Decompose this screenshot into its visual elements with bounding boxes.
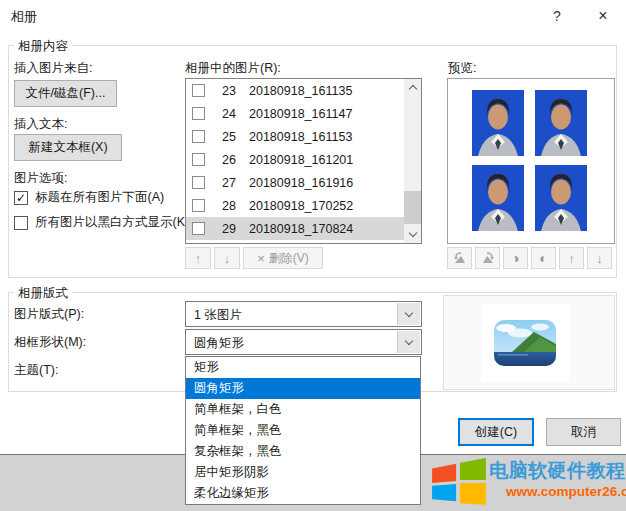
frame-shape-value: 圆角矩形	[194, 335, 244, 352]
rotate-left-button[interactable]	[447, 247, 472, 269]
picture-item-checkbox[interactable]	[192, 84, 205, 97]
preview-pane	[447, 78, 615, 244]
picture-item-name: 20180918_161135	[249, 84, 352, 98]
captions-below-pictures-label: 标题在所有图片下面(A)	[35, 189, 164, 206]
picture-options-label: 图片选项:	[14, 170, 67, 187]
help-icon[interactable]: ?	[540, 4, 574, 28]
checkbox-unchecked-icon	[14, 216, 28, 230]
picture-item-name: 20180918_161147	[249, 107, 352, 121]
picture-item-checkbox[interactable]	[192, 107, 205, 120]
album-layout-group-label: 相册版式	[14, 285, 72, 302]
picture-layout-value: 1 张图片	[194, 307, 242, 324]
picture-list-item[interactable]: 24 20180918_161147	[186, 102, 404, 125]
picture-item-name: 20180918_170252	[249, 199, 353, 213]
list-scrollbar[interactable]	[404, 79, 421, 243]
picture-list-item[interactable]: 27 20180918_161916	[186, 171, 404, 194]
delete-button[interactable]: × 删除(V)	[243, 247, 323, 269]
all-pictures-black-white-checkbox[interactable]: 所有图片以黑白方式显示(K)	[14, 214, 189, 231]
picture-item-name: 20180918_161201	[249, 153, 353, 167]
id-photo	[535, 90, 587, 156]
picture-item-number: 28	[214, 199, 236, 213]
frame-shape-option[interactable]: 复杂框架，黑色	[186, 441, 420, 462]
dialog-titlebar: 相册 ? ×	[0, 0, 626, 32]
picture-list-item[interactable]: 25 20180918_161153	[186, 125, 404, 148]
new-textbox-button[interactable]: 新建文本框(X)	[14, 134, 122, 161]
rotate-right-button[interactable]	[475, 247, 500, 269]
increase-brightness-icon: ↑	[568, 252, 575, 265]
pictures-in-album-label: 相册中的图片(R):	[185, 60, 281, 77]
picture-item-checkbox[interactable]	[192, 222, 205, 235]
picture-item-checkbox[interactable]	[192, 199, 205, 212]
up-arrow-icon: ↑	[195, 252, 202, 265]
dialog-title: 相册	[11, 8, 37, 26]
layout-preview-panel	[443, 295, 615, 390]
picture-item-name: 20180918_161916	[249, 176, 353, 190]
picture-layout-label: 图片版式(P):	[14, 306, 84, 323]
frame-shape-option[interactable]: 简单框架，白色	[186, 399, 420, 420]
delete-x-icon: ×	[257, 252, 265, 265]
frame-shape-option[interactable]: 柔化边缘矩形	[186, 483, 420, 504]
decrease-contrast-button[interactable]: ◐	[531, 247, 556, 269]
insert-text-label: 插入文本:	[14, 116, 67, 133]
frame-shape-option[interactable]: 矩形	[186, 357, 420, 378]
id-photo	[535, 165, 587, 231]
increase-contrast-icon: ◑	[511, 251, 519, 265]
file-disk-button[interactable]: 文件/磁盘(F)...	[14, 80, 117, 107]
rotate-left-icon	[453, 252, 467, 264]
picture-item-name: 20180918_161153	[249, 130, 352, 144]
picture-item-number: 23	[214, 84, 236, 98]
picture-list-item-selected[interactable]: 29 20180918_170824	[186, 217, 404, 240]
captions-below-pictures-checkbox[interactable]: ✓ 标题在所有图片下面(A)	[14, 189, 164, 206]
picture-item-number: 25	[214, 130, 236, 144]
picture-layout-combobox[interactable]: 1 张图片	[185, 301, 422, 327]
decrease-brightness-button[interactable]: ↓	[587, 247, 612, 269]
rotate-right-icon	[481, 252, 495, 264]
down-arrow-icon: ↓	[224, 252, 231, 265]
move-down-button[interactable]: ↓	[214, 247, 240, 269]
picture-item-number: 27	[214, 176, 236, 190]
create-button[interactable]: 创建(C)	[458, 418, 534, 446]
windows-logo-icon	[430, 457, 488, 507]
watermark-site-url: www.computer26.com	[506, 484, 626, 499]
picture-item-number: 26	[214, 153, 236, 167]
picture-item-checkbox[interactable]	[192, 130, 205, 143]
scroll-up-icon[interactable]	[404, 79, 421, 96]
frame-shape-dropdown: 矩形 圆角矩形 简单框架，白色 简单框架，黑色 复杂框架，黑色 居中矩形阴影 柔…	[185, 356, 421, 505]
picture-list-item[interactable]: 23 20180918_161135	[186, 79, 404, 102]
picture-item-number: 24	[214, 107, 236, 121]
insert-from-label: 插入图片来自:	[14, 60, 92, 77]
album-content-group-label: 相册内容	[14, 38, 72, 55]
frame-shape-option-selected[interactable]: 圆角矩形	[186, 378, 420, 399]
id-photo	[472, 90, 524, 156]
frame-shape-option[interactable]: 简单框架，黑色	[186, 420, 420, 441]
picture-item-checkbox[interactable]	[192, 153, 205, 166]
preview-photo-sheet	[472, 90, 587, 231]
frame-shape-label: 相框形状(M):	[14, 334, 86, 351]
layout-preview-card	[481, 304, 569, 382]
picture-list-item[interactable]: 28 20180918_170252	[186, 194, 404, 217]
chevron-down-icon[interactable]	[397, 303, 420, 325]
scrollbar-thumb[interactable]	[404, 191, 421, 224]
checkbox-checked-icon: ✓	[14, 191, 28, 205]
theme-label: 主题(T):	[14, 362, 58, 379]
all-pictures-black-white-label: 所有图片以黑白方式显示(K)	[35, 214, 189, 231]
frame-shape-option[interactable]: 居中矩形阴影	[186, 462, 420, 483]
page-background: 相册 ? × 相册内容 插入图片来自: 文件/磁盘(F)... 插入文本: 新建…	[0, 0, 626, 511]
close-icon[interactable]: ×	[586, 4, 620, 28]
cancel-button[interactable]: 取消	[546, 418, 621, 446]
id-photo	[472, 165, 524, 231]
move-up-button[interactable]: ↑	[185, 247, 211, 269]
preview-label: 预览:	[448, 60, 476, 77]
picture-list-item[interactable]: 26 20180918_161201	[186, 148, 404, 171]
picture-item-name: 20180918_170824	[249, 222, 353, 236]
decrease-brightness-icon: ↓	[596, 252, 603, 265]
frame-shape-combobox[interactable]: 圆角矩形	[185, 329, 422, 355]
watermark-site-name: 电脑软硬件教程网	[489, 458, 626, 484]
picture-item-number: 29	[214, 222, 236, 236]
picture-item-checkbox[interactable]	[192, 176, 205, 189]
pictures-listbox[interactable]: 23 20180918_161135 24 20180918_161147 25…	[185, 78, 422, 244]
chevron-down-icon[interactable]	[397, 331, 420, 353]
scroll-down-icon[interactable]	[404, 226, 421, 243]
increase-brightness-button[interactable]: ↑	[559, 247, 584, 269]
increase-contrast-button[interactable]: ◑	[503, 247, 528, 269]
